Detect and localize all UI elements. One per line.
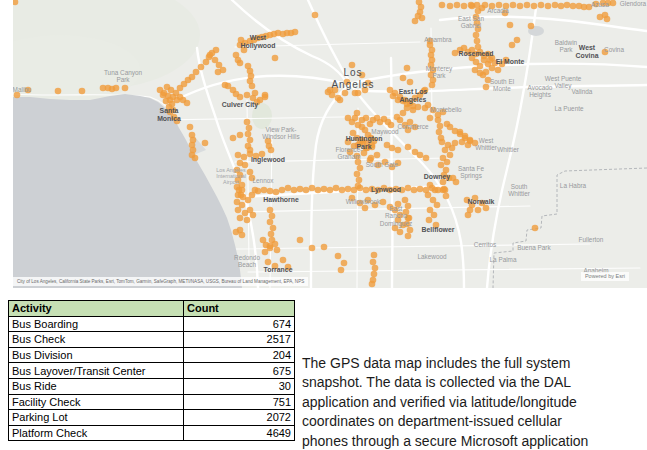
city-label: South Gate: [366, 161, 399, 168]
body-paragraph: The GPS data map includes the full syste…: [302, 354, 647, 450]
city-label: El Monte: [496, 58, 525, 65]
city-label: Alhambra: [424, 36, 452, 43]
gps-point: [423, 155, 430, 162]
city-label: Lennox: [253, 177, 275, 184]
city-label: Malibu: [13, 86, 32, 93]
city-label: BaldwinPark: [555, 39, 578, 53]
gps-point: [285, 185, 292, 192]
gps-point: [475, 207, 482, 214]
gps-point: [371, 271, 378, 278]
gps-point: [345, 186, 352, 193]
gps-point: [473, 32, 480, 39]
activity-count-table: Activity Count Bus Boarding674Bus Check2…: [8, 300, 295, 441]
gps-point: [312, 12, 319, 19]
gps-point: [237, 215, 244, 222]
gps-point: [265, 259, 272, 266]
city-label: Inglewood: [251, 156, 285, 164]
gps-point: [405, 185, 412, 192]
gps-point: [193, 69, 200, 76]
gps-point: [372, 265, 379, 272]
city-label: Fullerton: [579, 236, 604, 243]
city-label: Glendora: [620, 0, 647, 7]
city-label: Bellflower: [422, 226, 455, 233]
gps-point: [402, 197, 409, 204]
count-column-header: Count: [184, 301, 295, 317]
gps-point: [422, 105, 429, 112]
gps-point: [291, 187, 298, 194]
gps-point: [335, 253, 342, 260]
table-header-row: Activity Count: [9, 301, 295, 317]
gps-point: [429, 82, 436, 89]
city-label: WestWhittier: [475, 137, 498, 151]
gps-point: [338, 267, 345, 274]
gps-point: [442, 147, 449, 154]
gps-point: [404, 65, 411, 72]
gps-point: [273, 189, 280, 196]
gps-point: [262, 249, 269, 256]
city-label: View Park-Windsor Hills: [262, 126, 299, 140]
gps-point: [280, 257, 287, 264]
gps-point: [160, 92, 167, 99]
gps-point: [79, 88, 86, 95]
gps-point: [192, 155, 199, 162]
activity-cell: Platform Check: [9, 425, 184, 441]
gps-point: [443, 193, 450, 200]
gps-point: [417, 186, 424, 193]
gps-point: [292, 29, 299, 36]
gps-point: [604, 16, 611, 23]
count-cell: 751: [184, 394, 295, 410]
gps-point: [270, 225, 277, 232]
gps-point: [427, 182, 434, 189]
gps-point: [267, 207, 274, 214]
table-row: Facility Check751: [9, 394, 295, 410]
gps-point: [230, 135, 237, 142]
city-label: Arcadia: [487, 7, 509, 14]
gps-point: [538, 2, 545, 9]
gps-point: [528, 23, 535, 30]
gps-point: [237, 132, 244, 139]
gps-point: [437, 123, 444, 130]
activity-cell: Bus Division: [9, 347, 184, 363]
table-row: Bus Layover/Transit Center675: [9, 363, 295, 379]
gps-point: [412, 18, 419, 25]
gps-point: [351, 187, 358, 194]
table-row: Bus Check2517: [9, 332, 295, 348]
gps-point: [405, 233, 412, 240]
gps-point: [524, 2, 531, 9]
count-cell: 30: [184, 378, 295, 394]
table-row: Parking Lot2072: [9, 410, 295, 426]
activity-cell: Bus Boarding: [9, 316, 184, 332]
city-label: Buena Park: [517, 244, 551, 251]
gps-point: [113, 85, 120, 92]
activity-column-header: Activity: [9, 301, 184, 317]
gps-point: [245, 131, 252, 138]
gps-point: [356, 177, 363, 184]
gps-point: [235, 152, 242, 159]
gps-point: [483, 205, 490, 212]
gps-point: [411, 187, 418, 194]
city-label: SantaMonica: [157, 107, 181, 122]
gps-point: [297, 237, 304, 244]
gps-point: [357, 165, 364, 172]
gps-point: [269, 213, 276, 220]
gps-point: [122, 85, 129, 92]
table-row: Bus Boarding674: [9, 316, 295, 332]
city-label: Hawthorne: [263, 196, 299, 203]
activity-cell: Bus Ride: [9, 378, 184, 394]
table-row: Bus Division204: [9, 347, 295, 363]
gps-point: [419, 15, 426, 22]
gps-point: [384, 142, 391, 149]
city-label: Whittier: [497, 146, 520, 153]
gps-point: [241, 154, 248, 161]
gps-point: [434, 202, 441, 209]
gps-point: [407, 79, 414, 86]
gps-point: [507, 22, 514, 29]
count-cell: 204: [184, 347, 295, 363]
gps-point: [509, 42, 516, 49]
gps-point: [237, 60, 244, 67]
powered-by-esri-link[interactable]: Powered by Esri: [581, 272, 629, 281]
gps-point: [374, 152, 381, 159]
gps-point: [342, 90, 349, 97]
gps-point: [483, 84, 490, 91]
gps-point: [453, 179, 460, 186]
